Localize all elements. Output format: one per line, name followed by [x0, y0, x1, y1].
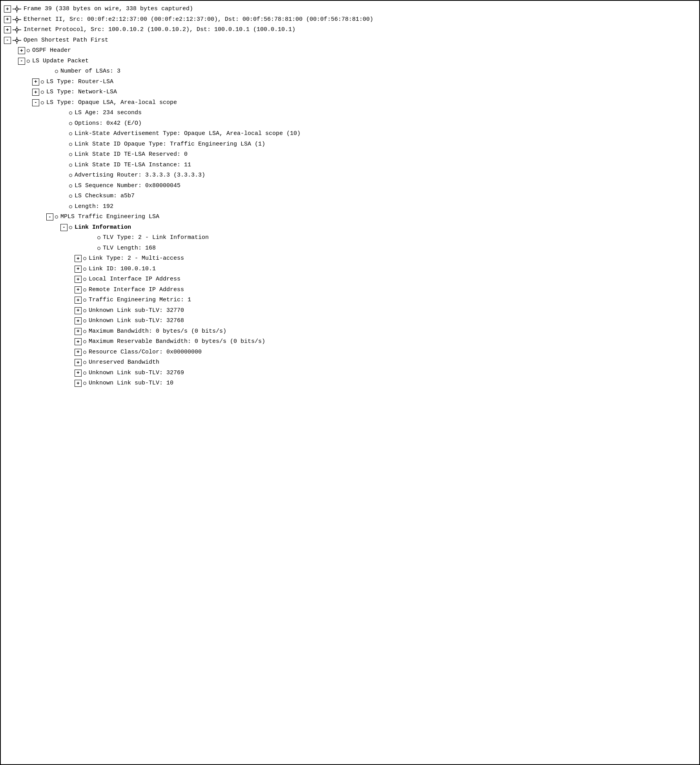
tree-item-mpls-te-lsa: -MPLS Traffic Engineering LSA [2, 212, 698, 222]
svg-point-0 [16, 8, 18, 10]
expand-btn-local-iface-ip[interactable]: + [75, 276, 82, 283]
expand-btn-link-info[interactable]: - [60, 224, 67, 231]
tree-item-ls-update: -LS Update Packet [2, 56, 698, 67]
expand-placeholder-ls-checksum [60, 193, 67, 200]
bullet-length [69, 205, 72, 208]
tree-item-options: Options: 0x42 (E/O) [2, 118, 698, 129]
label-ospf: Open Shortest Path First [24, 36, 108, 45]
tree-item-link-state-id-opaque-type: Link State ID Opaque Type: Traffic Engin… [2, 139, 698, 150]
bullet-ls-checksum [69, 195, 72, 198]
svg-point-5 [16, 18, 18, 21]
expand-btn-max-bw[interactable]: + [75, 328, 82, 335]
label-frame: Frame 39 (338 bytes on wire, 338 bytes c… [24, 5, 193, 14]
tree-item-num-lsas: Number of LSAs: 3 [2, 66, 698, 77]
svg-point-15 [16, 39, 18, 42]
bullet-ls-type-opaque [41, 101, 44, 104]
bullet-link-state-id-instance [69, 164, 72, 167]
expand-btn-mpls-te-lsa[interactable]: - [46, 213, 53, 220]
expand-btn-unknown-subtlv-32770[interactable]: + [75, 307, 82, 314]
expand-btn-unknown-subtlv-10[interactable]: + [75, 380, 82, 387]
tree-item-unknown-subtlv-10: +Unknown Link sub-TLV: 10 [2, 378, 698, 389]
label-ip: Internet Protocol, Src: 100.0.10.2 (100.… [24, 26, 295, 35]
bullet-ls-type-router [41, 80, 44, 84]
bullet-advertising-router [69, 174, 72, 177]
expand-btn-ls-type-router[interactable]: + [32, 78, 39, 86]
tree-item-link-type: +Link Type: 2 - Multi-access [2, 253, 698, 264]
expand-btn-resource-class[interactable]: + [75, 349, 82, 356]
expand-btn-unknown-subtlv-32768[interactable]: + [75, 317, 82, 324]
tree-item-link-state-id-instance: Link State ID TE-LSA Instance: 11 [2, 160, 698, 171]
tree-item-remote-iface-ip: +Remote Interface IP Address [2, 285, 698, 295]
bullet-link-state-id-reserved [69, 153, 72, 156]
expand-placeholder-options [60, 120, 67, 127]
label-ls-type-network: LS Type: Network-LSA [46, 88, 117, 97]
label-ls-age: LS Age: 234 seconds [75, 109, 142, 118]
bullet-ls-type-network [41, 91, 44, 94]
expand-btn-ip[interactable]: + [4, 26, 11, 33]
tree-item-advertising-router: Advertising Router: 3.3.3.3 (3.3.3.3) [2, 170, 698, 181]
expand-btn-ospf[interactable]: - [4, 37, 11, 44]
bullet-ls-update [27, 60, 30, 63]
expand-btn-ls-type-opaque[interactable]: - [32, 99, 39, 106]
label-max-bw: Maximum Bandwidth: 0 bytes/s (0 bits/s) [89, 327, 226, 336]
tree-item-max-reservable-bw: +Maximum Reservable Bandwidth: 0 bytes/s… [2, 337, 698, 347]
expand-btn-te-metric[interactable]: + [75, 297, 82, 304]
label-link-type: Link Type: 2 - Multi-access [89, 254, 184, 263]
packet-tree: + Frame 39 (338 bytes on wire, 338 bytes… [0, 0, 700, 765]
bullet-ls-age [69, 111, 72, 115]
bullet-unknown-subtlv-10 [83, 382, 86, 385]
tree-item-frame: + Frame 39 (338 bytes on wire, 338 bytes… [2, 4, 698, 15]
tree-item-length: Length: 192 [2, 202, 698, 212]
label-unknown-subtlv-32769: Unknown Link sub-TLV: 32769 [89, 369, 184, 378]
expand-btn-frame[interactable]: + [4, 5, 11, 13]
tree-item-ls-type-opaque: -LS Type: Opaque LSA, Area-local scope [2, 98, 698, 108]
tree-item-ls-seq-num: LS Sequence Number: 0x80000045 [2, 181, 698, 191]
tree-item-link-state-id-reserved: Link State ID TE-LSA Reserved: 0 [2, 149, 698, 160]
bullet-tlv-length [97, 247, 100, 250]
bullet-link-type [83, 257, 86, 260]
bullet-link-info [69, 226, 72, 229]
label-mpls-te-lsa: MPLS Traffic Engineering LSA [60, 213, 159, 222]
bullet-max-bw [83, 330, 86, 333]
expand-btn-max-reservable-bw[interactable]: + [75, 338, 82, 345]
label-unknown-subtlv-10: Unknown Link sub-TLV: 10 [89, 379, 173, 388]
tree-item-tlv-length: TLV Length: 168 [2, 243, 698, 254]
expand-placeholder-length [60, 203, 67, 210]
node-icon-ip [13, 26, 21, 33]
expand-btn-ethernet[interactable]: + [4, 16, 11, 23]
label-max-reservable-bw: Maximum Reservable Bandwidth: 0 bytes/s … [89, 337, 265, 346]
expand-btn-unreserved-bw[interactable]: + [75, 359, 82, 366]
tree-item-unreserved-bw: +Unreserved Bandwidth [2, 357, 698, 368]
bullet-te-metric [83, 299, 86, 302]
expand-btn-link-type[interactable]: + [75, 255, 82, 262]
label-ethernet: Ethernet II, Src: 00:0f:e2:12:37:00 (00:… [24, 15, 373, 24]
bullet-unreserved-bw [83, 361, 86, 364]
label-link-state-adv-type: Link-State Advertisement Type: Opaque LS… [75, 129, 301, 138]
expand-btn-remote-iface-ip[interactable]: + [75, 286, 82, 293]
tree-item-ls-type-network: +LS Type: Network-LSA [2, 87, 698, 98]
label-tlv-length: TLV Length: 168 [103, 244, 156, 253]
expand-btn-link-id[interactable]: + [75, 266, 82, 273]
tree-item-ls-age: LS Age: 234 seconds [2, 108, 698, 118]
label-num-lsas: Number of LSAs: 3 [60, 67, 120, 76]
expand-btn-unknown-subtlv-32769[interactable]: + [75, 370, 82, 377]
label-link-state-id-reserved: Link State ID TE-LSA Reserved: 0 [75, 150, 188, 159]
label-ls-checksum: LS Checksum: a5b7 [75, 192, 135, 201]
expand-placeholder-num-lsas [46, 68, 53, 75]
label-link-id: Link ID: 100.0.10.1 [89, 265, 156, 274]
tree-item-link-id: +Link ID: 100.0.10.1 [2, 264, 698, 275]
label-local-iface-ip: Local Interface IP Address [89, 275, 180, 284]
bullet-local-iface-ip [83, 278, 86, 281]
bullet-options [69, 122, 72, 125]
tree-item-resource-class: +Resource Class/Color: 0x00000000 [2, 347, 698, 358]
label-unknown-subtlv-32768: Unknown Link sub-TLV: 32768 [89, 317, 184, 326]
tree-item-ospf: - Open Shortest Path First [2, 35, 698, 46]
label-te-metric: Traffic Engineering Metric: 1 [89, 296, 191, 305]
expand-btn-ospf-header[interactable]: + [18, 47, 25, 54]
tree-item-link-state-adv-type: Link-State Advertisement Type: Opaque LS… [2, 129, 698, 139]
tree-item-tlv-type: TLV Type: 2 - Link Information [2, 233, 698, 243]
bullet-num-lsas [55, 70, 58, 73]
expand-btn-ls-type-network[interactable]: + [32, 89, 39, 96]
label-advertising-router: Advertising Router: 3.3.3.3 (3.3.3.3) [75, 171, 205, 180]
expand-btn-ls-update[interactable]: - [18, 58, 25, 65]
